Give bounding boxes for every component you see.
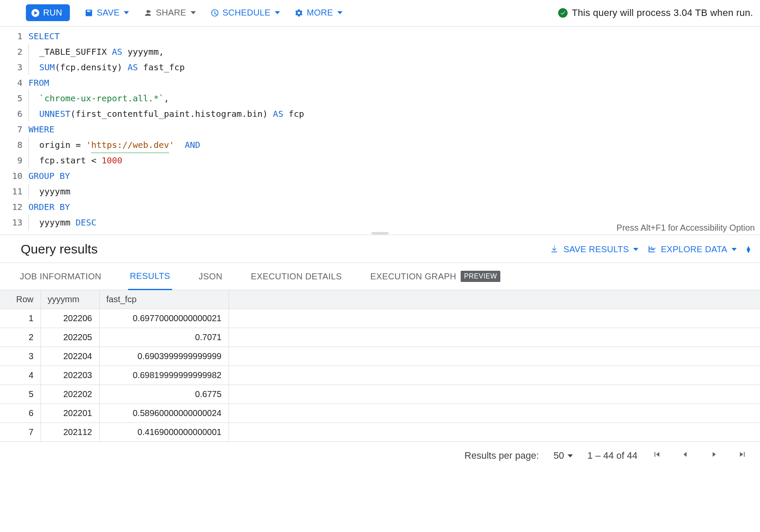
table-cell: 202203: [41, 366, 99, 385]
table-cell: 202206: [41, 309, 99, 328]
accessibility-hint: Press Alt+F1 for Accessibility Option: [616, 223, 755, 233]
table-cell: [229, 366, 760, 385]
results-table: Row yyyymm fast_fcp 12022060.69770000000…: [0, 290, 760, 441]
table-cell: [229, 347, 760, 366]
last-page-button[interactable]: [738, 450, 747, 462]
table-row: 52022020.6775: [0, 385, 760, 404]
table-cell: 4: [0, 366, 41, 385]
preview-badge: PREVIEW: [461, 271, 501, 282]
check-icon: [558, 8, 568, 18]
explore-data-button[interactable]: EXPLORE DATA: [647, 244, 737, 254]
col-header-fast-fcp[interactable]: fast_fcp: [99, 290, 229, 309]
tab-execution-graph-label: EXECUTION GRAPH: [370, 272, 456, 282]
table-row: 42022030.69819999999999982: [0, 366, 760, 385]
schedule-label: SCHEDULE: [223, 8, 270, 18]
query-status: This query will process 3.04 TB when run…: [558, 7, 753, 19]
schedule-icon: [210, 9, 219, 17]
table-cell: 202205: [41, 328, 99, 347]
table-cell: 0.6775: [99, 385, 229, 404]
page-nav: [652, 450, 747, 462]
save-label: SAVE: [97, 8, 119, 18]
next-page-button[interactable]: [709, 450, 719, 462]
table-row: 62022010.58960000000000024: [0, 404, 760, 423]
chevron-down-icon: [568, 454, 573, 457]
col-header-empty: [229, 290, 760, 309]
share-label: SHARE: [156, 8, 186, 18]
chevron-down-icon: [191, 11, 196, 14]
editor-code[interactable]: SELECT_TABLE_SUFFIX AS yyyymm,SUM(fcp.de…: [28, 28, 760, 230]
per-page-label: Results per page:: [465, 450, 539, 461]
more-label: MORE: [307, 8, 333, 18]
per-page-select[interactable]: 50: [553, 450, 572, 461]
col-header-row[interactable]: Row: [0, 290, 41, 309]
results-title: Query results: [21, 242, 541, 257]
table-cell: 2: [0, 328, 41, 347]
expand-toggle[interactable]: ▲ ▼: [745, 246, 751, 253]
sql-editor[interactable]: 12345678910111213 SELECT_TABLE_SUFFIX AS…: [0, 27, 760, 235]
table-cell: [229, 328, 760, 347]
table-cell: 6: [0, 404, 41, 423]
table-cell: [229, 385, 760, 404]
share-icon: [144, 9, 152, 17]
save-button[interactable]: SAVE: [85, 8, 129, 18]
table-cell: [229, 309, 760, 328]
editor-gutter: 12345678910111213: [0, 28, 28, 230]
save-results-button[interactable]: SAVE RESULTS: [550, 244, 638, 254]
table-cell: 3: [0, 347, 41, 366]
table-cell: 0.7071: [99, 328, 229, 347]
table-cell: 202202: [41, 385, 99, 404]
share-button[interactable]: SHARE: [144, 8, 195, 18]
table-row: 12022060.69770000000000021: [0, 309, 760, 328]
table-cell: 0.58960000000000024: [99, 404, 229, 423]
run-button[interactable]: RUN: [26, 4, 70, 21]
per-page-value: 50: [553, 450, 564, 461]
prev-page-button[interactable]: [681, 450, 690, 462]
table-cell: 1: [0, 309, 41, 328]
table-row: 32022040.6903999999999999: [0, 347, 760, 366]
status-text: This query will process 3.04 TB when run…: [572, 7, 753, 19]
chevron-down-icon: [124, 11, 129, 14]
resize-handle[interactable]: [371, 232, 389, 235]
results-tabs: JOB INFORMATION RESULTS JSON EXECUTION D…: [0, 263, 760, 290]
tab-job-information[interactable]: JOB INFORMATION: [18, 264, 103, 289]
page-range: 1 – 44 of 44: [587, 450, 638, 461]
gear-icon: [295, 9, 303, 17]
play-icon: [31, 9, 40, 17]
table-cell: 0.69819999999999982: [99, 366, 229, 385]
explore-data-label: EXPLORE DATA: [661, 244, 727, 254]
chevron-down-icon: [633, 248, 638, 251]
tab-execution-details[interactable]: EXECUTION DETAILS: [249, 264, 343, 289]
save-icon: [85, 9, 93, 17]
table-cell: 202201: [41, 404, 99, 423]
table-cell: 0.69770000000000021: [99, 309, 229, 328]
table-cell: [229, 423, 760, 442]
results-table-wrap: Row yyyymm fast_fcp 12022060.69770000000…: [0, 290, 760, 442]
chevron-down-icon: [275, 11, 280, 14]
col-header-yyyymm[interactable]: yyyymm: [41, 290, 99, 309]
table-row: 72021120.4169000000000001: [0, 423, 760, 442]
pagination-bar: Results per page: 50 1 – 44 of 44: [0, 442, 760, 469]
download-icon: [550, 244, 559, 254]
more-button[interactable]: MORE: [295, 8, 342, 18]
table-cell: 0.4169000000000001: [99, 423, 229, 442]
chevron-down-icon: ▼: [745, 249, 751, 253]
schedule-button[interactable]: SCHEDULE: [210, 8, 280, 18]
toolbar: RUN SAVE SHARE SCHEDULE MORE This query …: [0, 0, 760, 27]
table-row: 22022050.7071: [0, 328, 760, 347]
table-cell: 7: [0, 423, 41, 442]
chart-icon: [647, 244, 656, 254]
table-cell: 0.6903999999999999: [99, 347, 229, 366]
chevron-down-icon: [732, 248, 737, 251]
table-cell: 202204: [41, 347, 99, 366]
run-label: RUN: [43, 8, 62, 18]
tab-results[interactable]: RESULTS: [128, 263, 172, 290]
table-cell: [229, 404, 760, 423]
tab-execution-graph[interactable]: EXECUTION GRAPH PREVIEW: [368, 263, 502, 290]
tab-json[interactable]: JSON: [197, 264, 224, 289]
table-cell: 5: [0, 385, 41, 404]
first-page-button[interactable]: [652, 450, 662, 462]
chevron-down-icon: [337, 11, 342, 14]
table-cell: 202112: [41, 423, 99, 442]
results-header: Query results SAVE RESULTS EXPLORE DATA …: [0, 235, 760, 263]
save-results-label: SAVE RESULTS: [563, 244, 629, 254]
